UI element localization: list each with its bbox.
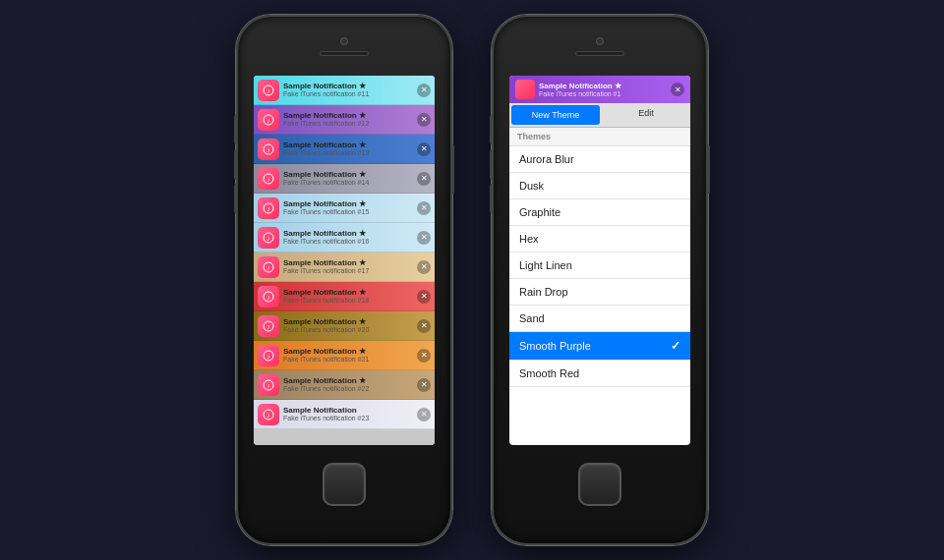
- notif-title: Sample Notification ★: [283, 199, 417, 209]
- notif-subtitle: Fake iTunes notification #18: [283, 297, 417, 305]
- notif-icon: ♪: [258, 256, 279, 278]
- theme-name: Aurora Blur: [519, 153, 574, 165]
- notification-list: ♪ Sample Notification ★ Fake iTunes noti…: [254, 76, 435, 445]
- theme-notif-close-btn[interactable]: ✕: [671, 83, 684, 96]
- notif-close[interactable]: ✕: [417, 408, 431, 421]
- theme-list-item[interactable]: Light Linen: [509, 252, 690, 279]
- right-screen: Sample Notification ★ Fake iTunes notifi…: [509, 76, 690, 445]
- notif-icon: ♪: [258, 139, 279, 160]
- theme-picker: Sample Notification ★ Fake iTunes notifi…: [509, 76, 690, 445]
- notif-icon: ♪: [258, 286, 279, 308]
- notification-item: ♪ Sample Notification ★ Fake iTunes noti…: [254, 76, 435, 105]
- notif-text: Sample Notification ★ Fake iTunes notifi…: [283, 229, 417, 247]
- theme-notif-sub: Fake iTunes notification #1: [539, 90, 667, 97]
- theme-list: Aurora Blur Dusk Graphite Hex Light Line…: [509, 146, 690, 445]
- notif-title: Sample Notification ★: [283, 82, 417, 91]
- svg-text:♪: ♪: [266, 176, 270, 183]
- notification-item: ♪ Sample Notification ★ Fake iTunes noti…: [254, 223, 435, 252]
- svg-text:♪: ♪: [266, 294, 270, 301]
- notif-close[interactable]: ✕: [417, 319, 431, 333]
- notif-title: Sample Notification ★: [283, 170, 417, 180]
- notif-text: Sample Notification ★ Fake iTunes notifi…: [283, 140, 417, 158]
- notif-subtitle: Fake iTunes notification #15: [283, 208, 417, 216]
- theme-list-item[interactable]: Smooth Purple ✓: [509, 332, 690, 361]
- theme-list-item[interactable]: Hex: [509, 226, 690, 252]
- notif-icon: ♪: [258, 374, 279, 396]
- tab-edit[interactable]: Edit: [602, 103, 690, 127]
- speaker-right: [575, 51, 624, 56]
- theme-name: Hex: [519, 233, 539, 245]
- notification-item: ♪ Sample Notification ★ Fake iTunes noti…: [254, 164, 435, 194]
- checkmark-icon: ✓: [671, 339, 680, 353]
- notif-close[interactable]: ✕: [417, 260, 431, 274]
- theme-notif-title: Sample Notification ★: [539, 82, 667, 90]
- home-button-left[interactable]: [323, 463, 366, 506]
- notif-subtitle: Fake iTunes notification #22: [283, 385, 417, 393]
- bottom-right: [494, 445, 706, 524]
- notif-icon: ♪: [258, 404, 279, 425]
- theme-list-item[interactable]: Rain Drop: [509, 279, 690, 306]
- theme-list-item[interactable]: Aurora Blur: [509, 146, 690, 173]
- theme-notification-bar: Sample Notification ★ Fake iTunes notifi…: [509, 76, 690, 103]
- theme-tabs: New Theme Edit: [509, 103, 690, 128]
- notification-item: ♪ Sample Notification ★ Fake iTunes noti…: [254, 252, 435, 282]
- notif-close[interactable]: ✕: [417, 378, 431, 392]
- svg-text:♪: ♪: [266, 412, 270, 419]
- svg-text:♪: ♪: [266, 264, 270, 271]
- left-iphone: ♪ Sample Notification ★ Fake iTunes noti…: [236, 15, 452, 545]
- notif-close[interactable]: ✕: [417, 231, 431, 245]
- bottom-left: [238, 445, 450, 524]
- theme-list-item[interactable]: Graphite: [509, 199, 690, 226]
- notification-item: ♪ Sample Notification ★ Fake iTunes noti…: [254, 135, 435, 164]
- notif-icon: ♪: [258, 109, 279, 131]
- notif-text: Sample Notification ★ Fake iTunes notifi…: [283, 258, 417, 276]
- left-screen: ♪ Sample Notification ★ Fake iTunes noti…: [254, 76, 435, 445]
- notif-close[interactable]: ✕: [417, 290, 431, 304]
- theme-notif-icon: [515, 80, 535, 99]
- notif-text: Sample Notification ★ Fake iTunes notifi…: [283, 288, 417, 306]
- right-iphone: Sample Notification ★ Fake iTunes notifi…: [492, 15, 708, 545]
- notif-close[interactable]: ✕: [417, 84, 431, 97]
- notif-text: Sample Notification Fake iTunes notifica…: [283, 406, 417, 423]
- svg-text:♪: ♪: [266, 205, 270, 212]
- notif-close[interactable]: ✕: [417, 142, 431, 156]
- notif-subtitle: Fake iTunes notification #21: [283, 356, 417, 364]
- notif-text: Sample Notification ★ Fake iTunes notifi…: [283, 347, 417, 364]
- notif-subtitle: Fake iTunes notification #16: [283, 238, 417, 246]
- notif-title: Sample Notification ★: [283, 229, 417, 239]
- theme-notif-text: Sample Notification ★ Fake iTunes notifi…: [539, 82, 667, 97]
- notif-close[interactable]: ✕: [417, 113, 431, 127]
- notif-title: Sample Notification ★: [283, 111, 417, 121]
- speaker-left: [320, 51, 369, 56]
- tab-new-theme[interactable]: New Theme: [511, 105, 600, 125]
- iphone-top-right: [494, 17, 706, 76]
- notif-title: Sample Notification ★: [283, 317, 417, 327]
- svg-text:♪: ♪: [266, 382, 270, 389]
- svg-text:♪: ♪: [266, 87, 270, 94]
- theme-name: Sand: [519, 312, 545, 324]
- notif-text: Sample Notification ★ Fake iTunes notifi…: [283, 376, 417, 394]
- theme-name: Dusk: [519, 180, 544, 192]
- notif-subtitle: Fake iTunes notification #20: [283, 326, 417, 334]
- svg-text:♪: ♪: [266, 323, 270, 330]
- notif-title: Sample Notification: [283, 406, 417, 416]
- svg-text:♪: ♪: [266, 146, 270, 153]
- notif-close[interactable]: ✕: [417, 201, 431, 215]
- notif-title: Sample Notification ★: [283, 140, 417, 150]
- notification-item: ♪ Sample Notification ★ Fake iTunes noti…: [254, 311, 435, 341]
- notif-subtitle: Fake iTunes notification #14: [283, 179, 417, 187]
- theme-list-item[interactable]: Sand: [509, 306, 690, 332]
- notif-close[interactable]: ✕: [417, 349, 431, 363]
- notification-item: ♪ Sample Notification ★ Fake iTunes noti…: [254, 282, 435, 311]
- home-button-right[interactable]: [578, 463, 621, 506]
- notif-icon: ♪: [258, 168, 279, 190]
- camera-left: [340, 37, 348, 45]
- notif-close[interactable]: ✕: [417, 172, 431, 186]
- theme-list-item[interactable]: Dusk: [509, 173, 690, 199]
- notif-icon: ♪: [258, 315, 279, 337]
- theme-name: Graphite: [519, 206, 560, 218]
- notif-icon: ♪: [258, 345, 279, 366]
- notification-item: ♪ Sample Notification ★ Fake iTunes noti…: [254, 194, 435, 223]
- theme-list-item[interactable]: Smooth Red: [509, 361, 690, 387]
- notif-subtitle: Fake iTunes notification #11: [283, 90, 417, 98]
